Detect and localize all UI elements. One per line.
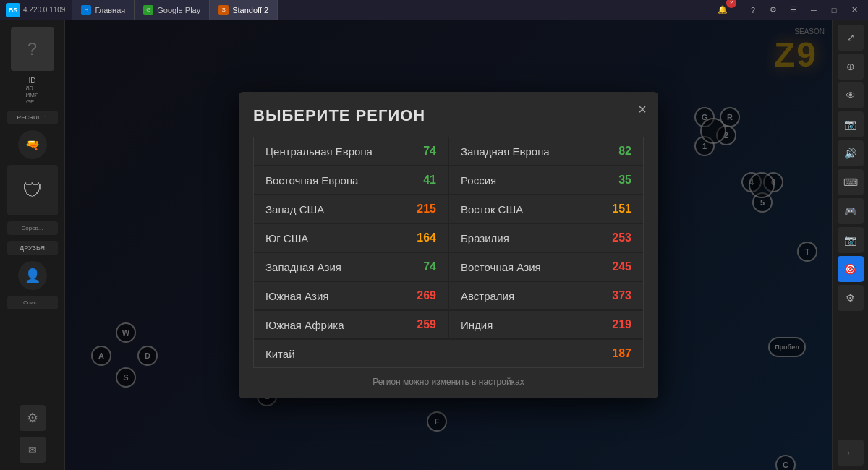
region-name: Западная Азия: [265, 261, 341, 273]
friends-label: ДРУЗЬЯ: [11, 244, 54, 252]
region-ping: 82: [618, 145, 631, 158]
region-row[interactable]: Индия 219: [449, 311, 643, 338]
region-ping: 253: [612, 231, 631, 244]
rs-expand-btn[interactable]: ⤢: [838, 25, 864, 51]
region-row[interactable]: Центральная Европа 74: [254, 137, 448, 165]
region-name: Восток США: [461, 203, 523, 215]
region-name: Россия: [461, 174, 496, 187]
tab-googleplay[interactable]: G Google Play: [135, 0, 210, 20]
region-row[interactable]: Западная Азия 74: [254, 253, 448, 281]
maximize-button[interactable]: □: [826, 2, 842, 18]
region-ping: 187: [612, 347, 631, 360]
rs-active-btn[interactable]: 🎯: [838, 256, 864, 282]
main-content: ? ID 80... ИМЯ GP... RECRUIT 1 🔫 🛡 Сорев…: [0, 20, 868, 470]
region-ping: 245: [612, 260, 631, 273]
region-ping: 373: [612, 289, 631, 302]
sidebar-bottom: ⚙ ✉: [20, 405, 46, 463]
shield-icon: 🛡: [22, 179, 43, 202]
left-sidebar: ? ID 80... ИМЯ GP... RECRUIT 1 🔫 🛡 Сорев…: [0, 20, 65, 470]
region-row[interactable]: Южная Азия 269: [254, 282, 448, 309]
minimize-button[interactable]: ─: [806, 2, 822, 18]
rs-settings-btn[interactable]: ⚙: [838, 285, 864, 311]
person-icon-btn[interactable]: 👤: [18, 261, 47, 290]
rs-keyboard-btn[interactable]: ⌨: [838, 169, 864, 195]
rs-volume-btn[interactable]: 🔊: [838, 140, 864, 166]
player-info: ID 80... ИМЯ GP...: [25, 77, 38, 105]
settings-button[interactable]: ⚙: [765, 2, 781, 18]
tab-home-label: Главная: [95, 6, 125, 14]
tab-standoff2-icon: S: [218, 5, 229, 15]
rs-gamepad-btn[interactable]: 🎮: [838, 198, 864, 224]
player-label-imya: ИМЯ: [25, 92, 38, 98]
region-ping: 164: [417, 231, 436, 244]
region-ping: 74: [423, 260, 436, 273]
tab-home-icon: H: [81, 5, 91, 15]
region-name: Китай: [265, 348, 295, 360]
region-row[interactable]: Юг США 164: [254, 224, 448, 252]
mail-icon[interactable]: ✉: [20, 437, 46, 463]
region-name: Индия: [461, 319, 493, 331]
right-sidebar: ⤢ ⊕ 👁 📷 🔊 ⌨ 🎮 📷 🎯 ⚙ ←: [832, 20, 868, 470]
region-name: Юг США: [265, 232, 308, 244]
region-name: Южная Африка: [265, 319, 344, 331]
rs-view-btn[interactable]: 👁: [838, 82, 864, 108]
region-row[interactable]: Россия 35: [449, 166, 643, 194]
region-name: Восточная Европа: [265, 174, 358, 187]
list-section[interactable]: Спис...: [7, 296, 58, 309]
shield-icon-container: 🛡: [7, 165, 58, 215]
competition-label: Сорев...: [11, 225, 54, 231]
region-row[interactable]: Восток США 151: [449, 195, 643, 223]
tab-standoff2[interactable]: S Standoff 2: [210, 0, 278, 20]
title-bar: BS 4.220.0.1109 H Главная G Google Play …: [0, 0, 868, 20]
region-grid: Центральная Европа 74 Западная Европа 82…: [253, 137, 644, 368]
region-row[interactable]: Китай 187: [254, 340, 643, 367]
region-name: Восточная Азия: [461, 261, 541, 273]
notification-badge: 2: [726, 0, 736, 8]
tab-googleplay-label: Google Play: [157, 6, 200, 14]
player-label-gp: GP...: [25, 98, 38, 105]
help-button[interactable]: ?: [745, 2, 761, 18]
region-ping: 269: [417, 289, 436, 302]
dialog-footer: Регион можно изменить в настройках: [253, 377, 644, 387]
game-area: Z9 SEASON G R 2 1 4 5 6 W A D S B E F T …: [65, 20, 832, 470]
rs-back-btn[interactable]: ←: [838, 440, 864, 466]
app-version: 4.220.0.1109: [23, 6, 65, 14]
gun-icon-btn[interactable]: 🔫: [18, 130, 47, 159]
region-row[interactable]: Австралия 373: [449, 282, 643, 309]
title-bar-controls: 🔔 2 ? ⚙ ☰ ─ □ ✕: [715, 2, 862, 18]
region-name: Центральная Европа: [265, 145, 373, 158]
region-ping: 151: [612, 202, 631, 215]
rs-fullscreen-btn[interactable]: ⊕: [838, 54, 864, 80]
region-row[interactable]: Южная Африка 259: [254, 311, 448, 338]
player-avatar: ?: [11, 27, 54, 71]
region-ping: 219: [612, 318, 631, 331]
recruit-label: RECRUIT 1: [11, 114, 54, 121]
region-row[interactable]: Запад США 215: [254, 195, 448, 223]
region-name: Южная Азия: [265, 290, 329, 302]
close-button[interactable]: ✕: [846, 2, 862, 18]
modal-overlay[interactable]: ВЫБЕРИТЕ РЕГИОН × Центральная Европа 74 …: [65, 20, 832, 470]
region-name: Австралия: [461, 290, 514, 302]
list-label: Спис...: [11, 299, 54, 306]
settings-gear-icon[interactable]: ⚙: [20, 405, 46, 431]
menu-button[interactable]: ☰: [786, 2, 801, 18]
region-row[interactable]: Западная Европа 82: [449, 137, 643, 165]
tab-home[interactable]: H Главная: [72, 0, 135, 20]
bluestacks-icon: BS: [6, 3, 20, 17]
competition-section[interactable]: Сорев...: [7, 221, 58, 235]
player-score: 80...: [25, 85, 38, 92]
rs-camera-btn[interactable]: 📷: [838, 111, 864, 137]
rs-screenshot-btn[interactable]: 📷: [838, 227, 864, 253]
region-row[interactable]: Восточная Европа 41: [254, 166, 448, 194]
friends-section: ДРУЗЬЯ: [7, 241, 58, 255]
dialog-close-button[interactable]: ×: [638, 102, 647, 116]
region-row[interactable]: Восточная Азия 245: [449, 253, 643, 281]
region-name: Западная Европа: [461, 145, 550, 158]
dialog-title: ВЫБЕРИТЕ РЕГИОН: [253, 106, 644, 125]
region-ping: 35: [618, 174, 631, 187]
tab-standoff2-label: Standoff 2: [232, 6, 268, 14]
app-logo: BS 4.220.0.1109: [6, 3, 72, 17]
region-row[interactable]: Бразилия 253: [449, 224, 643, 252]
region-name: Бразилия: [461, 232, 509, 244]
region-name: Запад США: [265, 203, 324, 215]
